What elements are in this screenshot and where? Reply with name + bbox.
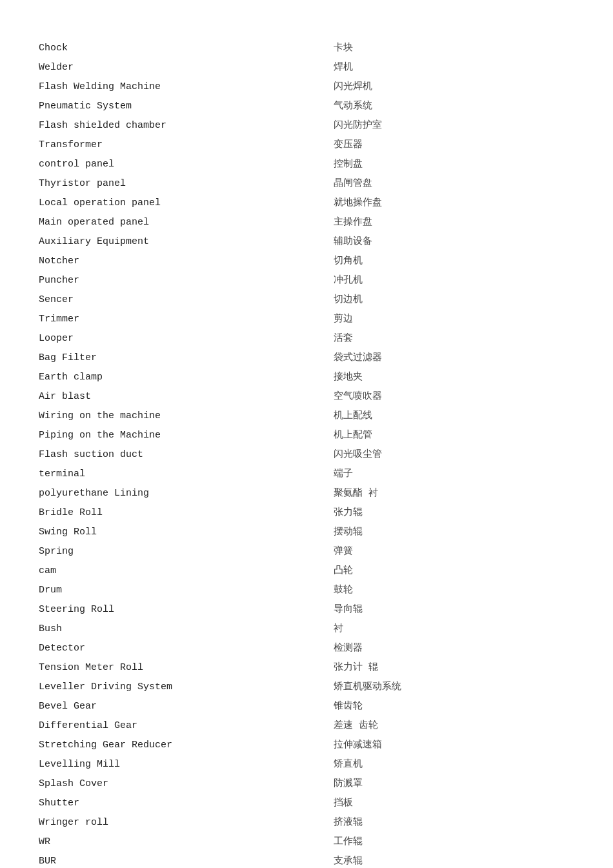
english-term: Leveller Driving System — [39, 678, 334, 697]
table-row: Flash suction duct闪光吸尘管 — [39, 445, 574, 465]
english-term: Bag Filter — [39, 348, 334, 368]
table-row: Pneumatic System气动系统 — [39, 97, 574, 116]
table-row: Local operation panel就地操作盘 — [39, 194, 574, 213]
chinese-term: 检测器 — [334, 639, 575, 658]
chinese-term: 切角机 — [334, 252, 575, 271]
english-term: Drum — [39, 581, 334, 600]
table-row: cam凸轮 — [39, 561, 574, 581]
chinese-term: 支承辊 — [334, 852, 575, 868]
chinese-term: 端子 — [334, 465, 575, 484]
table-row: Flash shielded chamber闪光防护室 — [39, 116, 574, 136]
chinese-term: 防溅罩 — [334, 774, 575, 794]
chinese-term: 挡板 — [334, 794, 575, 813]
chinese-term: 冲孔机 — [334, 271, 575, 290]
table-row: Air blast空气喷吹器 — [39, 387, 574, 407]
table-row: polyurethane Lining聚氨酯 衬 — [39, 484, 574, 503]
chinese-term: 衬 — [334, 620, 575, 639]
chinese-term: 导向辊 — [334, 600, 575, 620]
english-term: polyurethane Lining — [39, 484, 334, 503]
english-term: Welder — [39, 58, 334, 77]
table-row: Stretching Gear Reducer拉伸减速箱 — [39, 736, 574, 755]
english-term: Pneumatic System — [39, 97, 334, 116]
chinese-term: 挤液辊 — [334, 813, 575, 833]
table-row: WR工作辊 — [39, 833, 574, 852]
chinese-term: 闪光吸尘管 — [334, 445, 575, 465]
chinese-term: 晶闸管盘 — [334, 174, 575, 194]
chinese-term: 摆动辊 — [334, 523, 575, 542]
english-term: Levelling Mill — [39, 755, 334, 774]
chinese-term: 卡块 — [334, 39, 575, 58]
table-row: Swing Roll摆动辊 — [39, 523, 574, 542]
chinese-term: 差速 齿轮 — [334, 716, 575, 736]
chinese-term: 活套 — [334, 329, 575, 348]
english-term: Transformer — [39, 136, 334, 155]
english-term: Tension Meter Roll — [39, 658, 334, 678]
english-term: Stretching Gear Reducer — [39, 736, 334, 755]
english-term: Detector — [39, 639, 334, 658]
chinese-term: 张力计 辊 — [334, 658, 575, 678]
english-term: BUR — [39, 852, 334, 868]
english-term: terminal — [39, 465, 334, 484]
chinese-term: 袋式过滤器 — [334, 348, 575, 368]
english-term: Piping on the Machine — [39, 426, 334, 445]
english-term: Local operation panel — [39, 194, 334, 213]
chinese-term: 空气喷吹器 — [334, 387, 575, 407]
table-row: Tension Meter Roll张力计 辊 — [39, 658, 574, 678]
english-term: Auxiliary Equipment — [39, 232, 334, 252]
chinese-term: 切边机 — [334, 290, 575, 310]
english-term: Bevel Gear — [39, 697, 334, 716]
chinese-term: 剪边 — [334, 310, 575, 329]
chinese-term: 矫直机驱动系统 — [334, 678, 575, 697]
table-row: Main operated panel主操作盘 — [39, 213, 574, 232]
table-row: Steering Roll导向辊 — [39, 600, 574, 620]
table-row: Puncher冲孔机 — [39, 271, 574, 290]
english-term: Thyristor panel — [39, 174, 334, 194]
english-term: Bridle Roll — [39, 503, 334, 523]
chinese-term: 锥齿轮 — [334, 697, 575, 716]
table-row: Bevel Gear锥齿轮 — [39, 697, 574, 716]
table-row: Transformer变压器 — [39, 136, 574, 155]
english-term: Swing Roll — [39, 523, 334, 542]
english-term: Earth clamp — [39, 368, 334, 387]
chinese-term: 主操作盘 — [334, 213, 575, 232]
table-row: Wringer roll挤液辊 — [39, 813, 574, 833]
chinese-term: 拉伸减速箱 — [334, 736, 575, 755]
table-row: Detector检测器 — [39, 639, 574, 658]
chinese-term: 焊机 — [334, 58, 575, 77]
english-term: control panel — [39, 155, 334, 174]
chinese-term: 辅助设备 — [334, 232, 575, 252]
english-term: Differential Gear — [39, 716, 334, 736]
table-row: Welder焊机 — [39, 58, 574, 77]
english-term: Flash suction duct — [39, 445, 334, 465]
chinese-term: 机上配管 — [334, 426, 575, 445]
english-term: Splash Cover — [39, 774, 334, 794]
table-row: Wiring on the machine机上配线 — [39, 407, 574, 426]
table-row: Thyristor panel晶闸管盘 — [39, 174, 574, 194]
english-term: WR — [39, 833, 334, 852]
english-term: Looper — [39, 329, 334, 348]
chinese-term: 就地操作盘 — [334, 194, 575, 213]
chinese-term: 气动系统 — [334, 97, 575, 116]
chinese-term: 聚氨酯 衬 — [334, 484, 575, 503]
table-row: terminal端子 — [39, 465, 574, 484]
chinese-term: 接地夹 — [334, 368, 575, 387]
table-row: BUR支承辊 — [39, 852, 574, 868]
english-term: Steering Roll — [39, 600, 334, 620]
table-row: Auxiliary Equipment辅助设备 — [39, 232, 574, 252]
table-row: control panel控制盘 — [39, 155, 574, 174]
table-row: Spring弹簧 — [39, 542, 574, 561]
table-row: Earth clamp接地夹 — [39, 368, 574, 387]
table-row: Trimmer剪边 — [39, 310, 574, 329]
english-term: Flash shielded chamber — [39, 116, 334, 136]
table-row: Leveller Driving System矫直机驱动系统 — [39, 678, 574, 697]
chinese-term: 矫直机 — [334, 755, 575, 774]
table-row: Sencer切边机 — [39, 290, 574, 310]
chinese-term: 弹簧 — [334, 542, 575, 561]
chinese-term: 凸轮 — [334, 561, 575, 581]
glossary-table: Chock卡块Welder焊机Flash Welding Machine闪光焊机… — [39, 39, 574, 868]
table-row: Notcher切角机 — [39, 252, 574, 271]
english-term: cam — [39, 561, 334, 581]
english-term: Bush — [39, 620, 334, 639]
english-term: Notcher — [39, 252, 334, 271]
english-term: Sencer — [39, 290, 334, 310]
